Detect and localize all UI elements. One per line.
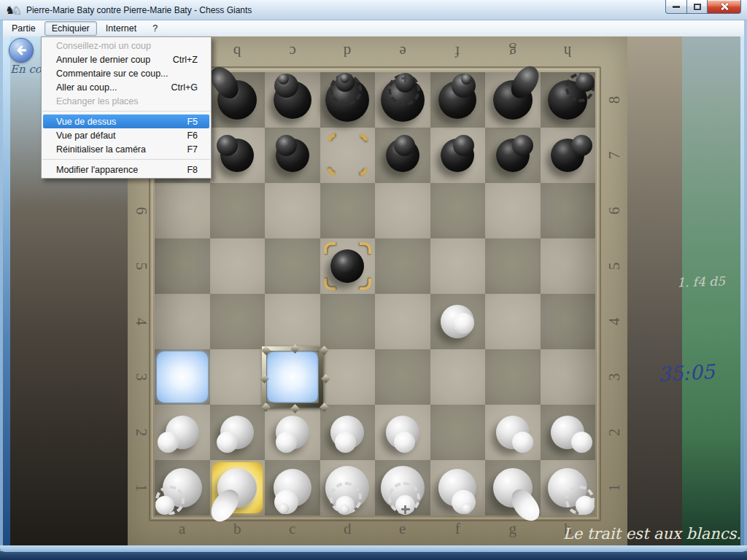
square-a6[interactable] xyxy=(155,183,210,238)
frame-ornament xyxy=(290,344,300,354)
rank-label-left-5: 5 xyxy=(132,262,150,271)
menu-item-shortcut: Ctrl+G xyxy=(171,82,198,93)
menu-item-label: Annuler le dernier coup xyxy=(56,55,150,65)
close-button[interactable] xyxy=(708,0,741,14)
file-label-top-e: e xyxy=(399,42,406,61)
window-bottom-border xyxy=(0,545,747,552)
menubar-item-internet[interactable]: Internet xyxy=(98,21,144,36)
window-controls xyxy=(665,0,741,14)
menu-item-annuler-le-dernier-coup[interactable]: Annuler le dernier coupCtrl+Z xyxy=(43,52,209,66)
menu-item-vue-par-defaut[interactable]: Vue par défautF6 xyxy=(43,128,209,142)
rank-label-left-2: 2 xyxy=(132,429,150,437)
square-g4[interactable] xyxy=(485,294,541,349)
menu-item-conseillez-moi-un-coup[interactable]: Conseillez-moi un coup xyxy=(43,39,209,52)
menu-item-vue-de-dessus[interactable]: Vue de dessusF5 xyxy=(43,114,209,128)
square-e3[interactable] xyxy=(375,349,430,405)
square-b5[interactable] xyxy=(210,238,266,294)
square-b3[interactable] xyxy=(210,349,266,405)
piece-part xyxy=(155,496,174,515)
file-label-bottom-c: c xyxy=(289,520,295,538)
piece-part xyxy=(340,505,349,514)
file-label-bottom-g: g xyxy=(509,520,517,538)
square-e5[interactable] xyxy=(375,238,430,294)
file-label-bottom-f: f xyxy=(455,520,460,538)
piece-part xyxy=(576,496,595,515)
square-b6[interactable] xyxy=(210,183,266,238)
menu-item-label: Vue par défaut xyxy=(56,131,116,141)
restore-icon xyxy=(694,4,701,10)
menu-item-shortcut: Ctrl+Z xyxy=(173,55,198,65)
window-bottom-shadow xyxy=(0,551,747,560)
file-label-bottom-d: d xyxy=(344,520,352,538)
square-h5[interactable] xyxy=(541,238,596,294)
square-b4[interactable] xyxy=(210,294,266,349)
square-g3[interactable] xyxy=(485,349,541,405)
square-c5[interactable] xyxy=(265,238,320,294)
menu-bar: PartieEchiquierInternet? xyxy=(3,20,744,36)
menu-item-echanger-les-places[interactable]: Echanger les places xyxy=(43,94,209,108)
menubar-item-partie[interactable]: Partie xyxy=(4,21,43,36)
file-label-top-b: b xyxy=(233,42,241,61)
piece-part xyxy=(576,73,595,92)
square-c6[interactable] xyxy=(265,183,320,238)
square-a4[interactable] xyxy=(155,294,210,349)
piece-part xyxy=(217,135,238,156)
title-bar: ♞♘ Pierre-Marie Baty contre Pierre-Marie… xyxy=(0,0,747,20)
rank-label-right-6: 6 xyxy=(605,207,624,215)
square-h3[interactable] xyxy=(541,349,596,405)
file-label-bottom-b: b xyxy=(233,520,241,538)
menu-separator xyxy=(42,159,210,160)
menu-item-aller-au-coup[interactable]: Aller au coup...Ctrl+G xyxy=(43,80,209,94)
square-e6[interactable] xyxy=(375,183,430,238)
square-e4[interactable] xyxy=(375,294,430,349)
square-a5[interactable] xyxy=(155,238,210,294)
menu-item-label: Conseillez-moi un coup xyxy=(56,41,151,51)
menubar-item-help[interactable]: ? xyxy=(145,21,165,36)
square-g6[interactable] xyxy=(485,183,541,238)
menu-item-reinitialiser-la-camera[interactable]: Réinitialiser la caméraF7 xyxy=(43,142,209,156)
menu-item-label: Réinitialiser la caméra xyxy=(56,144,146,155)
rank-label-right-1: 1 xyxy=(605,484,624,492)
left-blue-strip xyxy=(3,36,10,545)
square-h6[interactable] xyxy=(541,183,596,238)
square-d6[interactable] xyxy=(320,183,376,238)
square-f2[interactable] xyxy=(430,405,486,460)
menu-item-modifier-l-apparence[interactable]: Modifier l'apparenceF8 xyxy=(43,163,209,176)
piece-part xyxy=(340,74,349,83)
square-g5[interactable] xyxy=(485,238,541,294)
square-h4[interactable] xyxy=(541,294,596,349)
menubar-item-echiquier[interactable]: Echiquier xyxy=(44,21,97,36)
hint-square-a3[interactable] xyxy=(157,351,208,402)
clock-text: 35:05 xyxy=(657,360,715,386)
piece-part xyxy=(335,254,356,275)
menu-item-label: Vue de dessus xyxy=(56,117,116,127)
square-f5[interactable] xyxy=(430,238,486,294)
minimize-icon xyxy=(673,6,680,8)
right-blue-strip xyxy=(740,36,744,545)
square-f6[interactable] xyxy=(430,183,486,238)
menu-item-shortcut: F8 xyxy=(187,165,198,175)
rank-label-right-3: 3 xyxy=(605,373,624,381)
piece-part xyxy=(276,135,297,156)
piece-part xyxy=(453,135,474,156)
rank-label-left-1: 1 xyxy=(132,484,150,492)
square-d4[interactable] xyxy=(320,294,376,349)
piece-part xyxy=(394,432,415,453)
piece-part xyxy=(571,432,592,453)
back-button[interactable] xyxy=(9,38,34,63)
scoresheet-panel xyxy=(682,36,740,545)
minimize-button[interactable] xyxy=(665,0,687,14)
rank-label-left-3: 3 xyxy=(132,373,150,381)
restore-button[interactable] xyxy=(687,0,708,14)
square-f3[interactable] xyxy=(430,349,486,405)
ornate-hint-frame-c3[interactable] xyxy=(262,346,323,408)
piece-part xyxy=(453,313,474,334)
menu-item-label: Commentaire sur ce coup... xyxy=(56,69,169,79)
square-c4[interactable] xyxy=(265,294,320,349)
piece-part xyxy=(394,135,415,156)
piece-part xyxy=(512,135,533,156)
menu-item-commentaire-sur-ce-coup[interactable]: Commentaire sur ce coup... xyxy=(43,66,209,80)
chess-knights-icon: ♞♘ xyxy=(5,4,19,15)
file-label-top-f: f xyxy=(455,42,460,61)
rank-label-right-8: 8 xyxy=(605,96,624,104)
